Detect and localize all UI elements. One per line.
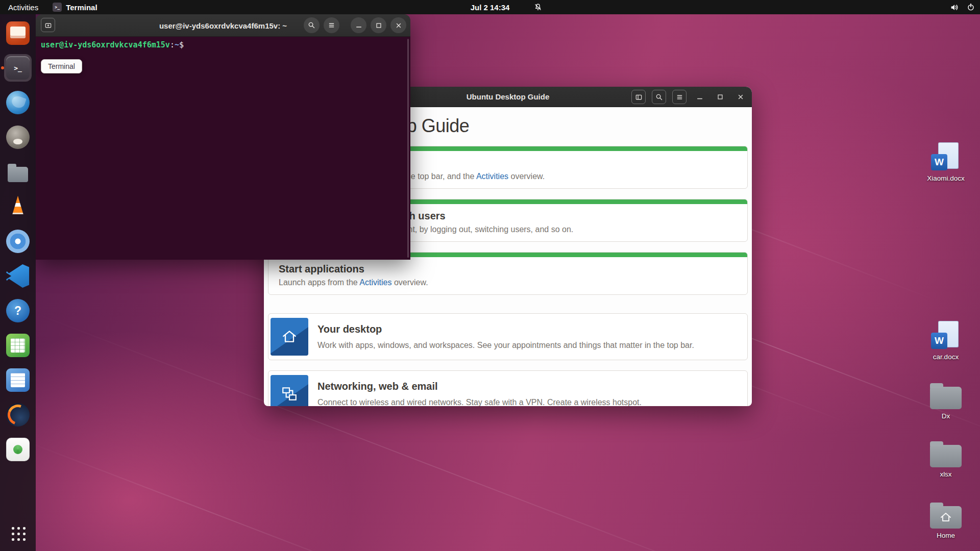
chromium-icon bbox=[6, 230, 30, 253]
dock-item-chromium[interactable] bbox=[4, 228, 32, 255]
focused-app-name: Terminal bbox=[66, 3, 97, 12]
notifications-button[interactable] bbox=[534, 0, 542, 14]
close-icon bbox=[395, 22, 402, 29]
focused-app-indicator[interactable]: >_ Terminal bbox=[46, 0, 103, 14]
gimp-icon bbox=[6, 126, 30, 149]
vlc-icon bbox=[6, 195, 30, 218]
folder-icon bbox=[930, 387, 962, 409]
minimize-icon bbox=[696, 93, 703, 101]
terminal-close-button[interactable] bbox=[390, 17, 406, 33]
top-bar: Activities >_ Terminal Jul 2 14:34 bbox=[0, 0, 980, 14]
libreoffice-writer-icon bbox=[6, 368, 30, 392]
terminal-window: user@iv-yds6oxrdvkcva4f6m15v: ~ bbox=[36, 14, 410, 260]
desktop-icon-xlsx-folder[interactable]: xlsx bbox=[917, 440, 975, 478]
desktop-icon-label: Home bbox=[937, 532, 955, 539]
desktop-topic-icon bbox=[271, 318, 308, 356]
dock-item-libreoffice-calc[interactable] bbox=[4, 332, 32, 359]
activities-button[interactable]: Activities bbox=[0, 0, 46, 14]
software-center-icon bbox=[6, 438, 30, 461]
network-topic-icon bbox=[271, 375, 308, 406]
dock-item-gimp[interactable] bbox=[4, 123, 32, 151]
libreoffice-calc-icon bbox=[6, 334, 30, 357]
folder-icon bbox=[930, 445, 962, 467]
desktop-icon-home-folder[interactable]: Home bbox=[917, 501, 975, 539]
close-icon bbox=[737, 93, 744, 101]
maximize-icon bbox=[375, 22, 382, 29]
search-icon bbox=[655, 93, 663, 101]
terminal-scrollbar[interactable] bbox=[407, 39, 409, 258]
desktop-icon-dx-folder[interactable]: Dx bbox=[917, 382, 975, 420]
minimize-button[interactable] bbox=[693, 90, 707, 104]
files-icon bbox=[8, 167, 28, 182]
prompt-path: ~ bbox=[175, 40, 179, 49]
terminal-maximize-button[interactable] bbox=[371, 17, 386, 33]
terminal-output-area[interactable]: user@iv-yds6oxrdvkcva4f6m15v:~$ bbox=[36, 37, 410, 260]
dock-item-vlc[interactable] bbox=[4, 193, 32, 220]
card-body-text: Launch apps from the bbox=[279, 278, 359, 287]
card-body-text: overview. bbox=[391, 278, 428, 287]
help-card-your-desktop[interactable]: Your desktop Work with apps, windows, an… bbox=[268, 313, 748, 360]
dock-tooltip: Terminal bbox=[41, 59, 82, 73]
desktop-icon-xiaomi-docx[interactable]: W Xiaomi.docx bbox=[917, 142, 975, 182]
show-apps-button[interactable] bbox=[4, 517, 32, 545]
help-icon: ? bbox=[6, 299, 30, 322]
activities-link[interactable]: Activities bbox=[359, 278, 391, 287]
search-button[interactable] bbox=[652, 90, 666, 104]
dock-item-firefox[interactable] bbox=[4, 401, 32, 429]
word-badge: W bbox=[931, 333, 947, 349]
sidebar-toggle-button[interactable] bbox=[631, 90, 646, 104]
card-title: Your desktop bbox=[317, 323, 694, 335]
card-body: Launch apps from the Activities overview… bbox=[279, 278, 737, 287]
desktop-icon-label: Xiaomi.docx bbox=[927, 174, 965, 182]
terminal-icon: >_ bbox=[6, 56, 30, 80]
activities-link[interactable]: Activities bbox=[476, 172, 508, 181]
minimize-icon bbox=[355, 22, 362, 29]
dock-item-terminal[interactable]: >_ bbox=[4, 54, 32, 82]
desktop-icon-label: Dx bbox=[942, 412, 950, 420]
dock-item-files[interactable] bbox=[4, 158, 32, 186]
terminal-search-button[interactable] bbox=[304, 17, 320, 33]
word-document-icon: W bbox=[931, 320, 961, 350]
sidebar-icon bbox=[635, 93, 643, 101]
prompt-colon: : bbox=[170, 40, 175, 49]
prompt-dollar: $ bbox=[179, 40, 184, 49]
terminal-prompt-line: user@iv-yds6oxrdvkcva4f6m15v:~$ bbox=[41, 40, 405, 50]
terminal-titlebar[interactable]: user@iv-yds6oxrdvkcva4f6m15v: ~ bbox=[36, 14, 410, 37]
firefox-icon bbox=[6, 403, 30, 427]
maximize-button[interactable] bbox=[713, 90, 727, 104]
dock-item-libreoffice-writer[interactable] bbox=[4, 366, 32, 394]
clock[interactable]: Jul 2 14:34 bbox=[471, 0, 510, 14]
hamburger-icon bbox=[328, 21, 335, 29]
dock: >_ ? bbox=[0, 14, 36, 551]
menu-button[interactable] bbox=[672, 90, 687, 104]
close-button[interactable] bbox=[733, 90, 748, 104]
word-document-icon: W bbox=[931, 142, 961, 171]
terminal-mini-icon: >_ bbox=[53, 3, 62, 12]
terminal-menu-button[interactable] bbox=[324, 17, 339, 33]
desktop-icon-label: xlsx bbox=[940, 470, 951, 478]
help-card-networking[interactable]: Networking, web & email Connect to wirel… bbox=[268, 370, 748, 406]
dock-item-help[interactable]: ? bbox=[4, 297, 32, 324]
desktop-icon-car-docx[interactable]: W car.docx bbox=[917, 320, 975, 361]
dock-item-libreoffice-impress[interactable] bbox=[4, 19, 32, 47]
house-outline-icon bbox=[281, 328, 298, 345]
house-icon bbox=[940, 512, 951, 522]
power-icon[interactable] bbox=[967, 3, 975, 11]
new-tab-icon bbox=[44, 21, 52, 29]
dock-item-software-center[interactable] bbox=[4, 436, 32, 463]
hamburger-icon bbox=[676, 93, 683, 101]
dock-item-vscode[interactable] bbox=[4, 262, 32, 290]
card-body-text: overview. bbox=[508, 172, 545, 181]
terminal-minimize-button[interactable] bbox=[351, 17, 366, 33]
home-folder-icon bbox=[930, 506, 962, 529]
desktop-icon-label: car.docx bbox=[933, 353, 959, 361]
bell-slash-icon bbox=[534, 3, 542, 11]
new-tab-button[interactable] bbox=[41, 18, 55, 32]
dock-item-thunderbird[interactable] bbox=[4, 89, 32, 116]
card-body: Connect to wireless and wired networks. … bbox=[317, 398, 642, 406]
apps-grid-icon bbox=[10, 525, 26, 541]
thunderbird-icon bbox=[6, 91, 30, 114]
volume-icon[interactable] bbox=[950, 3, 959, 12]
network-nodes-icon bbox=[281, 385, 298, 403]
card-title: Networking, web & email bbox=[317, 381, 642, 392]
